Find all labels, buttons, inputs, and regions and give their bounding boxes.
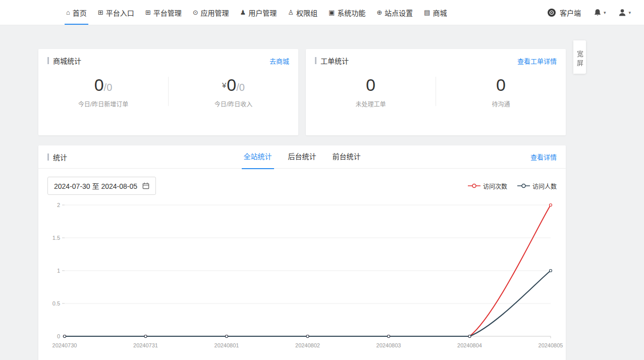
nav-item-label: 系统功能 — [337, 8, 365, 18]
tab-all-site[interactable]: 全站统计 — [236, 145, 280, 169]
stat-label: 今日/昨日新增订单 — [38, 99, 168, 108]
nav-item-platform-entry[interactable]: ⊞平台入口 — [92, 0, 140, 25]
stat-value: ¥0/0 — [169, 75, 298, 95]
svg-text:2: 2 — [57, 202, 60, 208]
summary-cards-row: 商城统计 去商城 0/0今日/昨日新增订单¥0/0今日/昨日收入 工单统计 查看… — [38, 49, 566, 135]
stat-value: 0/0 — [38, 75, 168, 95]
user-menu-button[interactable]: ▾ — [618, 8, 631, 17]
client-label: 客户端 — [560, 8, 581, 18]
mall-icon: ▤ — [424, 9, 430, 16]
stat-value: 0 — [436, 75, 566, 95]
svg-text:1: 1 — [57, 268, 60, 274]
ticket-stats-card: 工单统计 查看工单详情 0未处理工单0待沟通 — [306, 49, 566, 135]
stat-item: 0未处理工单 — [306, 75, 436, 108]
title-accent-bar — [47, 57, 49, 64]
nav-item-home[interactable]: ⌂首页 — [61, 0, 92, 25]
stat-item: 0待沟通 — [436, 75, 566, 108]
admin-dashboard: { "nav": { "items": [ {"name": "home", "… — [0, 0, 644, 360]
ticket-card-title-text: 工单统计 — [320, 56, 349, 66]
calendar-icon — [142, 182, 149, 189]
chevron-down-icon: ▾ — [604, 10, 606, 15]
nav-item-mall[interactable]: ▤商城 — [418, 0, 452, 25]
svg-text:20240803: 20240803 — [377, 342, 401, 348]
svg-text:20240730: 20240730 — [52, 342, 77, 348]
date-range-picker[interactable]: 2024-07-30 至 2024-08-05 — [47, 177, 156, 195]
legend-label: 访问次数 — [483, 182, 507, 190]
title-accent-bar — [47, 153, 49, 161]
top-nav-bar: ⌂首页⊞平台入口⊞平台管理⊙应用管理♟用户管理♙权限组▣系统功能⊕站点设置▤商城… — [0, 0, 644, 25]
ticket-stats-row: 0未处理工单0待沟通 — [306, 70, 566, 113]
stat-label: 待沟通 — [436, 99, 566, 108]
grid-icon: ⊞ — [98, 9, 103, 16]
svg-text:20240804: 20240804 — [457, 342, 482, 348]
stat-item: ¥0/0今日/昨日收入 — [169, 75, 298, 108]
svg-text:20240801: 20240801 — [214, 342, 239, 348]
mall-stats-card: 商城统计 去商城 0/0今日/昨日新增订单¥0/0今日/昨日收入 — [38, 49, 298, 135]
mall-card-header: 商城统计 去商城 — [38, 49, 298, 70]
main-nav: ⌂首页⊞平台入口⊞平台管理⊙应用管理♟用户管理♙权限组▣系统功能⊕站点设置▤商城 — [61, 0, 452, 25]
nav-item-label: 平台入口 — [106, 8, 134, 18]
ticket-card-header: 工单统计 查看工单详情 — [306, 49, 566, 70]
go-to-mall-link[interactable]: 去商城 — [270, 56, 289, 66]
chart-legend: 访问次数访问人数 — [458, 182, 557, 190]
legend-marker-icon — [517, 183, 530, 188]
nav-right-actions: 客户端 ▾ ▾ — [547, 8, 631, 18]
line-chart: 00.511.522024073020240731202408012024080… — [47, 200, 557, 351]
view-details-link[interactable]: 查看详情 — [530, 152, 557, 162]
statistics-card: 统计 全站统计后台统计前台统计 查看详情 2024-07-30 至 2024-0… — [38, 145, 566, 360]
client-button[interactable]: 客户端 — [547, 8, 581, 18]
nav-item-label: 权限组 — [296, 8, 317, 18]
system-icon: ▣ — [329, 9, 335, 16]
mall-stats-row: 0/0今日/昨日新增订单¥0/0今日/昨日收入 — [38, 70, 298, 113]
ticket-card-title: 工单统计 — [315, 56, 349, 66]
nav-item-label: 站点设置 — [385, 8, 413, 18]
chart-toolbar: 2024-07-30 至 2024-08-05 访问次数访问人数 — [38, 169, 566, 199]
nav-item-label: 首页 — [73, 8, 87, 18]
home-icon: ⌂ — [66, 9, 70, 16]
nav-item-label: 平台管理 — [153, 8, 182, 18]
svg-text:0: 0 — [57, 333, 60, 339]
legend-item-visitors[interactable]: 访问人数 — [517, 182, 557, 190]
statistics-title: 统计 — [47, 152, 67, 162]
svg-text:0.5: 0.5 — [52, 300, 60, 306]
nav-item-system-functions[interactable]: ▣系统功能 — [323, 0, 371, 25]
legend-label: 访问人数 — [532, 182, 557, 190]
stat-item: 0/0今日/昨日新增订单 — [38, 75, 168, 108]
statistics-header: 统计 全站统计后台统计前台统计 查看详情 — [38, 145, 566, 169]
nav-item-platform-manage[interactable]: ⊞平台管理 — [140, 0, 187, 25]
date-range-value: 2024-07-30 至 2024-08-05 — [54, 181, 137, 191]
legend-item-visits[interactable]: 访问次数 — [468, 182, 507, 190]
users-icon: ♟ — [240, 9, 246, 16]
app-icon: ⊙ — [193, 9, 198, 16]
legend-marker-icon — [468, 183, 480, 188]
title-accent-bar — [315, 57, 316, 64]
svg-text:1.5: 1.5 — [52, 235, 60, 241]
user-icon — [618, 8, 627, 17]
nav-item-label: 用户管理 — [248, 8, 277, 18]
content-container: 商城统计 去商城 0/0今日/昨日新增订单¥0/0今日/昨日收入 工单统计 查看… — [38, 49, 566, 360]
svg-text:20240731: 20240731 — [133, 342, 158, 348]
mall-card-title: 商城统计 — [47, 56, 81, 66]
view-tickets-link[interactable]: 查看工单详情 — [517, 56, 557, 66]
svg-text:20240802: 20240802 — [295, 342, 320, 348]
main-content: 商城统计 去商城 0/0今日/昨日新增订单¥0/0今日/昨日收入 工单统计 查看… — [0, 25, 644, 360]
bell-icon — [593, 8, 602, 17]
nav-item-app-manage[interactable]: ⊙应用管理 — [187, 0, 235, 25]
mall-card-title-text: 商城统计 — [53, 56, 81, 66]
nav-item-site-settings[interactable]: ⊕站点设置 — [371, 0, 418, 25]
notifications-button[interactable]: ▾ — [593, 8, 606, 17]
stat-label: 未处理工单 — [306, 99, 436, 108]
tab-frontend[interactable]: 前台统计 — [325, 145, 369, 169]
client-icon — [547, 8, 556, 17]
nav-item-label: 商城 — [433, 8, 447, 18]
svg-text:20240805: 20240805 — [539, 342, 563, 348]
tab-backend[interactable]: 后台统计 — [280, 145, 325, 169]
grid-icon: ⊞ — [145, 9, 151, 16]
stat-label: 今日/昨日收入 — [169, 99, 298, 108]
nav-item-permission-group[interactable]: ♙权限组 — [282, 0, 323, 25]
nav-item-label: 应用管理 — [201, 8, 229, 18]
nav-item-user-manage[interactable]: ♟用户管理 — [235, 0, 283, 25]
stat-value: 0 — [306, 75, 436, 95]
chevron-down-icon: ▾ — [628, 10, 631, 15]
widescreen-toggle[interactable]: 宽屏 — [573, 40, 586, 74]
